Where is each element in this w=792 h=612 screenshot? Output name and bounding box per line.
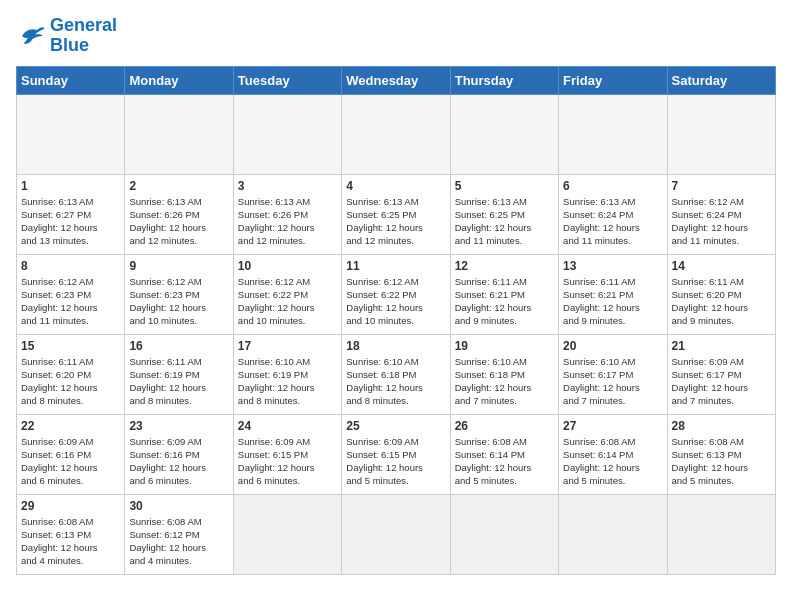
calendar-day-cell: 20Sunrise: 6:10 AMSunset: 6:17 PMDayligh… <box>559 334 667 414</box>
day-number: 25 <box>346 419 445 433</box>
day-number: 21 <box>672 339 771 353</box>
day-number: 17 <box>238 339 337 353</box>
day-info: Sunrise: 6:08 AMSunset: 6:14 PMDaylight:… <box>455 435 554 488</box>
calendar-table: SundayMondayTuesdayWednesdayThursdayFrid… <box>16 66 776 575</box>
calendar-day-cell: 21Sunrise: 6:09 AMSunset: 6:17 PMDayligh… <box>667 334 775 414</box>
day-info: Sunrise: 6:09 AMSunset: 6:16 PMDaylight:… <box>21 435 120 488</box>
calendar-day-cell: 9Sunrise: 6:12 AMSunset: 6:23 PMDaylight… <box>125 254 233 334</box>
day-number: 26 <box>455 419 554 433</box>
calendar-day-cell <box>667 494 775 574</box>
calendar-day-cell: 4Sunrise: 6:13 AMSunset: 6:25 PMDaylight… <box>342 174 450 254</box>
day-info: Sunrise: 6:09 AMSunset: 6:15 PMDaylight:… <box>238 435 337 488</box>
calendar-day-cell: 22Sunrise: 6:09 AMSunset: 6:16 PMDayligh… <box>17 414 125 494</box>
day-number: 6 <box>563 179 662 193</box>
weekday-header-row: SundayMondayTuesdayWednesdayThursdayFrid… <box>17 66 776 94</box>
page-header: General Blue <box>16 16 776 56</box>
day-info: Sunrise: 6:08 AMSunset: 6:13 PMDaylight:… <box>672 435 771 488</box>
day-info: Sunrise: 6:08 AMSunset: 6:12 PMDaylight:… <box>129 515 228 568</box>
day-info: Sunrise: 6:10 AMSunset: 6:18 PMDaylight:… <box>455 355 554 408</box>
calendar-day-cell <box>342 94 450 174</box>
calendar-day-cell <box>559 494 667 574</box>
day-number: 23 <box>129 419 228 433</box>
calendar-day-cell: 29Sunrise: 6:08 AMSunset: 6:13 PMDayligh… <box>17 494 125 574</box>
calendar-day-cell: 17Sunrise: 6:10 AMSunset: 6:19 PMDayligh… <box>233 334 341 414</box>
calendar-day-cell: 5Sunrise: 6:13 AMSunset: 6:25 PMDaylight… <box>450 174 558 254</box>
day-number: 16 <box>129 339 228 353</box>
day-info: Sunrise: 6:12 AMSunset: 6:22 PMDaylight:… <box>346 275 445 328</box>
day-info: Sunrise: 6:09 AMSunset: 6:16 PMDaylight:… <box>129 435 228 488</box>
calendar-day-cell: 14Sunrise: 6:11 AMSunset: 6:20 PMDayligh… <box>667 254 775 334</box>
calendar-week-row <box>17 94 776 174</box>
day-number: 4 <box>346 179 445 193</box>
day-info: Sunrise: 6:11 AMSunset: 6:21 PMDaylight:… <box>455 275 554 328</box>
day-info: Sunrise: 6:12 AMSunset: 6:24 PMDaylight:… <box>672 195 771 248</box>
calendar-day-cell: 24Sunrise: 6:09 AMSunset: 6:15 PMDayligh… <box>233 414 341 494</box>
day-number: 8 <box>21 259 120 273</box>
day-info: Sunrise: 6:10 AMSunset: 6:17 PMDaylight:… <box>563 355 662 408</box>
calendar-day-cell: 16Sunrise: 6:11 AMSunset: 6:19 PMDayligh… <box>125 334 233 414</box>
day-number: 30 <box>129 499 228 513</box>
calendar-week-row: 8Sunrise: 6:12 AMSunset: 6:23 PMDaylight… <box>17 254 776 334</box>
calendar-day-cell: 25Sunrise: 6:09 AMSunset: 6:15 PMDayligh… <box>342 414 450 494</box>
day-info: Sunrise: 6:13 AMSunset: 6:27 PMDaylight:… <box>21 195 120 248</box>
day-number: 7 <box>672 179 771 193</box>
day-number: 20 <box>563 339 662 353</box>
day-info: Sunrise: 6:08 AMSunset: 6:14 PMDaylight:… <box>563 435 662 488</box>
day-number: 10 <box>238 259 337 273</box>
day-number: 9 <box>129 259 228 273</box>
calendar-day-cell <box>342 494 450 574</box>
calendar-day-cell: 27Sunrise: 6:08 AMSunset: 6:14 PMDayligh… <box>559 414 667 494</box>
weekday-header: Thursday <box>450 66 558 94</box>
calendar-week-row: 22Sunrise: 6:09 AMSunset: 6:16 PMDayligh… <box>17 414 776 494</box>
weekday-header: Saturday <box>667 66 775 94</box>
weekday-header: Friday <box>559 66 667 94</box>
day-number: 29 <box>21 499 120 513</box>
calendar-day-cell: 30Sunrise: 6:08 AMSunset: 6:12 PMDayligh… <box>125 494 233 574</box>
calendar-day-cell: 11Sunrise: 6:12 AMSunset: 6:22 PMDayligh… <box>342 254 450 334</box>
day-number: 14 <box>672 259 771 273</box>
calendar-day-cell <box>559 94 667 174</box>
calendar-day-cell: 7Sunrise: 6:12 AMSunset: 6:24 PMDaylight… <box>667 174 775 254</box>
day-info: Sunrise: 6:13 AMSunset: 6:24 PMDaylight:… <box>563 195 662 248</box>
calendar-day-cell: 8Sunrise: 6:12 AMSunset: 6:23 PMDaylight… <box>17 254 125 334</box>
day-number: 2 <box>129 179 228 193</box>
calendar-day-cell <box>667 94 775 174</box>
calendar-day-cell: 2Sunrise: 6:13 AMSunset: 6:26 PMDaylight… <box>125 174 233 254</box>
calendar-day-cell <box>450 494 558 574</box>
day-info: Sunrise: 6:11 AMSunset: 6:19 PMDaylight:… <box>129 355 228 408</box>
weekday-header: Tuesday <box>233 66 341 94</box>
calendar-day-cell: 18Sunrise: 6:10 AMSunset: 6:18 PMDayligh… <box>342 334 450 414</box>
day-number: 28 <box>672 419 771 433</box>
day-info: Sunrise: 6:11 AMSunset: 6:21 PMDaylight:… <box>563 275 662 328</box>
day-number: 19 <box>455 339 554 353</box>
calendar-day-cell <box>17 94 125 174</box>
day-info: Sunrise: 6:12 AMSunset: 6:22 PMDaylight:… <box>238 275 337 328</box>
calendar-day-cell: 13Sunrise: 6:11 AMSunset: 6:21 PMDayligh… <box>559 254 667 334</box>
logo: General Blue <box>16 16 117 56</box>
day-info: Sunrise: 6:12 AMSunset: 6:23 PMDaylight:… <box>129 275 228 328</box>
day-info: Sunrise: 6:11 AMSunset: 6:20 PMDaylight:… <box>21 355 120 408</box>
day-number: 12 <box>455 259 554 273</box>
day-info: Sunrise: 6:13 AMSunset: 6:25 PMDaylight:… <box>455 195 554 248</box>
day-info: Sunrise: 6:09 AMSunset: 6:17 PMDaylight:… <box>672 355 771 408</box>
day-info: Sunrise: 6:11 AMSunset: 6:20 PMDaylight:… <box>672 275 771 328</box>
day-number: 24 <box>238 419 337 433</box>
day-number: 5 <box>455 179 554 193</box>
calendar-day-cell: 6Sunrise: 6:13 AMSunset: 6:24 PMDaylight… <box>559 174 667 254</box>
calendar-week-row: 15Sunrise: 6:11 AMSunset: 6:20 PMDayligh… <box>17 334 776 414</box>
calendar-week-row: 29Sunrise: 6:08 AMSunset: 6:13 PMDayligh… <box>17 494 776 574</box>
calendar-day-cell: 28Sunrise: 6:08 AMSunset: 6:13 PMDayligh… <box>667 414 775 494</box>
day-info: Sunrise: 6:10 AMSunset: 6:19 PMDaylight:… <box>238 355 337 408</box>
calendar-day-cell: 3Sunrise: 6:13 AMSunset: 6:26 PMDaylight… <box>233 174 341 254</box>
calendar-day-cell: 23Sunrise: 6:09 AMSunset: 6:16 PMDayligh… <box>125 414 233 494</box>
calendar-day-cell: 26Sunrise: 6:08 AMSunset: 6:14 PMDayligh… <box>450 414 558 494</box>
day-info: Sunrise: 6:09 AMSunset: 6:15 PMDaylight:… <box>346 435 445 488</box>
calendar-day-cell: 1Sunrise: 6:13 AMSunset: 6:27 PMDaylight… <box>17 174 125 254</box>
weekday-header: Wednesday <box>342 66 450 94</box>
day-number: 15 <box>21 339 120 353</box>
calendar-week-row: 1Sunrise: 6:13 AMSunset: 6:27 PMDaylight… <box>17 174 776 254</box>
day-number: 3 <box>238 179 337 193</box>
day-info: Sunrise: 6:10 AMSunset: 6:18 PMDaylight:… <box>346 355 445 408</box>
calendar-day-cell: 12Sunrise: 6:11 AMSunset: 6:21 PMDayligh… <box>450 254 558 334</box>
calendar-day-cell: 10Sunrise: 6:12 AMSunset: 6:22 PMDayligh… <box>233 254 341 334</box>
